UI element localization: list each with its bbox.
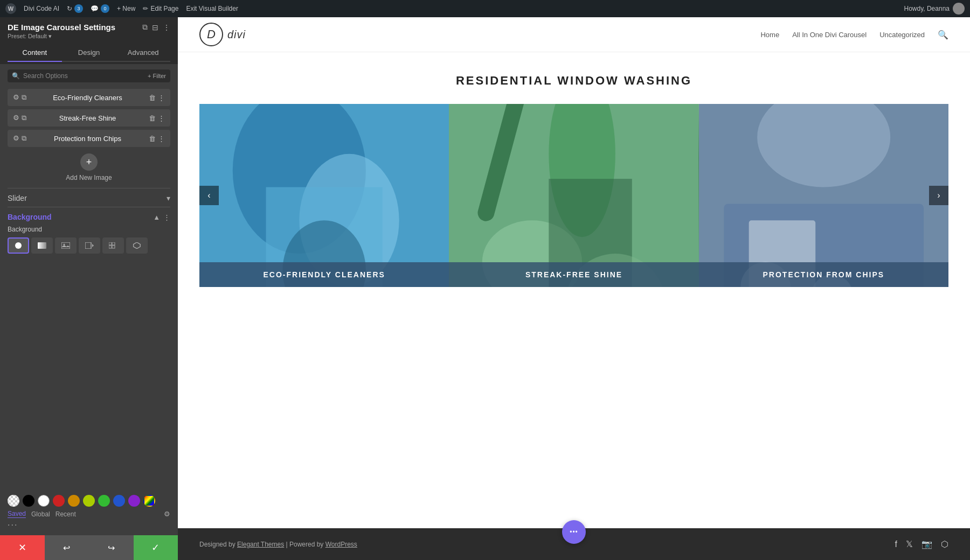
add-new-label: Add New Image <box>66 174 112 181</box>
more-icon[interactable]: ⋮ <box>158 94 165 102</box>
save-button[interactable]: ✓ <box>134 535 178 560</box>
image-item-left-icons: ⚙ ⧉ <box>13 114 26 122</box>
panel-title-icons: ⧉ ⊟ ⋮ <box>142 23 170 32</box>
swatch-purple[interactable] <box>128 495 140 507</box>
admin-divi-link[interactable]: Divi Code AI <box>24 5 59 12</box>
tab-design[interactable]: Design <box>62 44 116 62</box>
admin-new[interactable]: + New <box>117 5 135 12</box>
admin-bar: W Divi Code AI ↻ 3 💬 0 + New ✏ Edit Page… <box>0 0 970 17</box>
swatch-green[interactable] <box>98 495 110 507</box>
twitter-x-icon[interactable]: 𝕏 <box>906 539 913 549</box>
duplicate-icon[interactable]: ⧉ <box>22 93 26 102</box>
admin-updates[interactable]: ↻ 3 <box>67 4 83 13</box>
svg-rect-6 <box>109 242 112 245</box>
delete-icon[interactable]: 🗑 <box>149 114 156 122</box>
nav-search-icon[interactable]: 🔍 <box>938 30 948 40</box>
panel-layout-icon[interactable]: ⊟ <box>152 23 158 32</box>
carousel-item-eco-friendly: ECO-FRIENDLY CLEANERS <box>199 104 449 287</box>
swatch-yellow[interactable] <box>83 495 95 507</box>
bg-type-color[interactable] <box>8 237 29 254</box>
undo-button[interactable]: ↩ <box>45 535 89 560</box>
settings-icon[interactable]: ⚙ <box>13 114 19 122</box>
fab-button[interactable]: ••• <box>562 520 586 544</box>
carousel-prev-button[interactable]: ‹ <box>199 186 219 205</box>
swatch-settings-icon[interactable]: ⚙ <box>164 510 170 518</box>
background-more-icon[interactable]: ⋮ <box>163 213 170 221</box>
swatch-white[interactable] <box>38 495 50 507</box>
carousel-item-streak-free: STREAK-FREE SHINE <box>449 104 698 287</box>
slider-section-title: Slider <box>8 194 27 202</box>
footer-social: f 𝕏 📷 ⬡ <box>895 539 948 549</box>
tab-advanced[interactable]: Advanced <box>116 44 170 62</box>
edit-page-label: Edit Page <box>150 5 178 12</box>
settings-icon[interactable]: ⚙ <box>13 93 19 102</box>
rss-icon[interactable]: ⬡ <box>941 539 948 549</box>
search-input[interactable] <box>23 72 144 80</box>
delete-icon[interactable]: 🗑 <box>149 135 156 143</box>
duplicate-icon[interactable]: ⧉ <box>22 134 26 143</box>
panel-duplicate-icon[interactable]: ⧉ <box>142 23 148 32</box>
image-item-label: Protection from Chips <box>31 135 144 143</box>
swatch-orange[interactable] <box>68 495 80 507</box>
image-item-label: Eco-Friendly Cleaners <box>31 94 144 102</box>
slider-toggle-icon: ▾ <box>167 194 170 202</box>
carousel-image-2 <box>449 104 698 287</box>
swatch-checker[interactable] <box>8 495 19 507</box>
color-swatches <box>8 495 170 507</box>
left-panel: DE Image Carousel Settings ⧉ ⊟ ⋮ Preset:… <box>0 17 178 560</box>
swatch-tab-global[interactable]: Global <box>31 510 50 518</box>
carousel-items: ECO-FRIENDLY CLEANERS <box>199 104 948 287</box>
bg-type-mask[interactable] <box>126 237 148 254</box>
swatch-black[interactable] <box>23 495 34 507</box>
swatch-red[interactable] <box>53 495 65 507</box>
admin-bar-right: Howdy, Deanna <box>904 3 965 15</box>
facebook-icon[interactable]: f <box>895 540 897 549</box>
swatch-tab-recent[interactable]: Recent <box>56 510 76 518</box>
more-options-dots[interactable]: ··· <box>8 520 170 530</box>
background-collapse-icon[interactable]: ▲ <box>153 213 160 221</box>
wp-logo-icon[interactable]: W <box>5 3 16 14</box>
delete-icon[interactable]: 🗑 <box>149 94 156 102</box>
exit-vb-label: Exit Visual Builder <box>186 5 238 12</box>
admin-exit-vb[interactable]: Exit Visual Builder <box>186 5 238 12</box>
background-section-title: Background <box>8 213 52 221</box>
swatch-blue[interactable] <box>113 495 125 507</box>
bg-type-video[interactable] <box>79 237 100 254</box>
more-icon[interactable]: ⋮ <box>158 135 165 143</box>
panel-preset[interactable]: Preset: Default ▾ <box>8 33 170 40</box>
admin-edit-page[interactable]: ✏ Edit Page <box>143 5 178 12</box>
settings-icon[interactable]: ⚙ <box>13 134 19 143</box>
carousel-item-bg-2 <box>449 104 698 287</box>
filter-button[interactable]: + Filter <box>148 73 166 79</box>
nav-link-carousel[interactable]: All In One Divi Carousel <box>792 31 867 39</box>
panel-more-icon[interactable]: ⋮ <box>163 23 170 32</box>
bg-type-pattern[interactable] <box>102 237 124 254</box>
more-icon[interactable]: ⋮ <box>158 114 165 122</box>
bg-type-image[interactable] <box>55 237 77 254</box>
swatch-tab-saved[interactable]: Saved <box>8 510 26 518</box>
main-layout: DE Image Carousel Settings ⧉ ⊟ ⋮ Preset:… <box>0 17 970 560</box>
swatch-rainbow[interactable] <box>143 495 155 507</box>
image-item-right-icons: 🗑 ⋮ <box>149 135 165 143</box>
nav-link-uncategorized[interactable]: Uncategorized <box>879 31 925 39</box>
site-nav: D divi Home All In One Divi Carousel Unc… <box>178 17 970 52</box>
carousel-item-label-1: ECO-FRIENDLY CLEANERS <box>263 270 385 279</box>
carousel-item-overlay-1: ECO-FRIENDLY CLEANERS <box>199 262 449 287</box>
admin-comments[interactable]: 💬 0 <box>91 4 109 13</box>
bg-type-gradient[interactable] <box>31 237 53 254</box>
instagram-icon[interactable]: 📷 <box>922 539 932 549</box>
nav-link-home[interactable]: Home <box>760 31 779 39</box>
carousel-item-protection: PROTECTION FROM CHIPS <box>699 104 948 287</box>
carousel-next-button[interactable]: › <box>929 186 948 205</box>
panel-title: DE Image Carousel Settings <box>8 23 115 32</box>
cancel-button[interactable]: ✕ <box>0 535 45 560</box>
background-label: Background <box>8 226 170 233</box>
tab-content[interactable]: Content <box>8 44 62 62</box>
footer-wordpress-link[interactable]: WordPress <box>325 541 357 548</box>
footer-text: Designed by Elegant Themes | Powered by … <box>199 541 357 548</box>
slider-section-header[interactable]: Slider ▾ <box>8 188 170 207</box>
redo-button[interactable]: ↪ <box>89 535 134 560</box>
footer-elegant-themes-link[interactable]: Elegant Themes <box>237 541 284 548</box>
add-new-image-btn[interactable]: + Add New Image <box>8 153 170 181</box>
duplicate-icon[interactable]: ⧉ <box>22 114 26 122</box>
